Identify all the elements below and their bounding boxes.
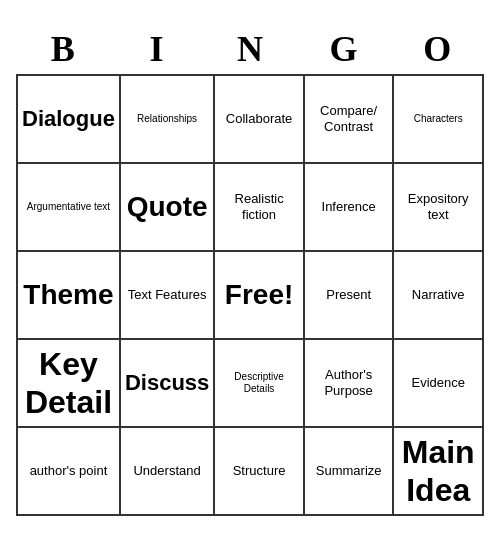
cell-1-4: Expository text <box>394 164 484 252</box>
cell-0-1: Relationships <box>121 76 215 164</box>
cell-4-1: Understand <box>121 428 215 516</box>
header-letter: O <box>393 28 481 70</box>
cell-1-3: Inference <box>305 164 395 252</box>
cell-text: Characters <box>414 113 463 125</box>
cell-text: Argumentative text <box>27 201 110 213</box>
cell-4-0: author's point <box>18 428 121 516</box>
cell-text: Quote <box>127 190 208 224</box>
cell-3-0: Key Detail <box>18 340 121 428</box>
cell-text: Relationships <box>137 113 197 125</box>
cell-2-4: Narrative <box>394 252 484 340</box>
cell-text: Main Idea <box>398 433 478 510</box>
cell-text: Text Features <box>128 287 207 303</box>
cell-1-1: Quote <box>121 164 215 252</box>
cell-2-3: Present <box>305 252 395 340</box>
bingo-header: BINGO <box>16 28 484 70</box>
cell-text: Structure <box>233 463 286 479</box>
cell-0-0: Dialogue <box>18 76 121 164</box>
header-letter: I <box>112 28 200 70</box>
cell-text: Summarize <box>316 463 382 479</box>
cell-0-2: Collaborate <box>215 76 305 164</box>
cell-3-2: Descriptive Details <box>215 340 305 428</box>
header-letter: B <box>19 28 107 70</box>
cell-text: Dialogue <box>22 106 115 132</box>
cell-1-2: Realistic fiction <box>215 164 305 252</box>
cell-4-2: Structure <box>215 428 305 516</box>
bingo-card: BINGO DialogueRelationshipsCollaborateCo… <box>10 22 490 522</box>
cell-text: Present <box>326 287 371 303</box>
cell-3-1: Discuss <box>121 340 215 428</box>
cell-4-3: Summarize <box>305 428 395 516</box>
header-letter: G <box>300 28 388 70</box>
cell-3-4: Evidence <box>394 340 484 428</box>
cell-3-3: Author's Purpose <box>305 340 395 428</box>
cell-text: author's point <box>30 463 108 479</box>
cell-text: Evidence <box>411 375 464 391</box>
cell-text: Theme <box>23 278 113 312</box>
cell-text: Author's Purpose <box>309 367 389 398</box>
cell-1-0: Argumentative text <box>18 164 121 252</box>
cell-2-1: Text Features <box>121 252 215 340</box>
cell-text: Descriptive Details <box>219 371 299 395</box>
cell-2-0: Theme <box>18 252 121 340</box>
cell-text: Realistic fiction <box>219 191 299 222</box>
cell-text: Inference <box>322 199 376 215</box>
cell-text: Key Detail <box>22 345 115 422</box>
header-letter: N <box>206 28 294 70</box>
bingo-grid: DialogueRelationshipsCollaborateCompare/… <box>16 74 484 516</box>
cell-text: Collaborate <box>226 111 293 127</box>
cell-2-2: Free! <box>215 252 305 340</box>
cell-text: Understand <box>133 463 200 479</box>
cell-4-4: Main Idea <box>394 428 484 516</box>
cell-text: Discuss <box>125 370 209 396</box>
cell-0-3: Compare/ Contrast <box>305 76 395 164</box>
cell-0-4: Characters <box>394 76 484 164</box>
cell-text: Expository text <box>398 191 478 222</box>
cell-text: Free! <box>225 278 293 312</box>
cell-text: Compare/ Contrast <box>309 103 389 134</box>
cell-text: Narrative <box>412 287 465 303</box>
